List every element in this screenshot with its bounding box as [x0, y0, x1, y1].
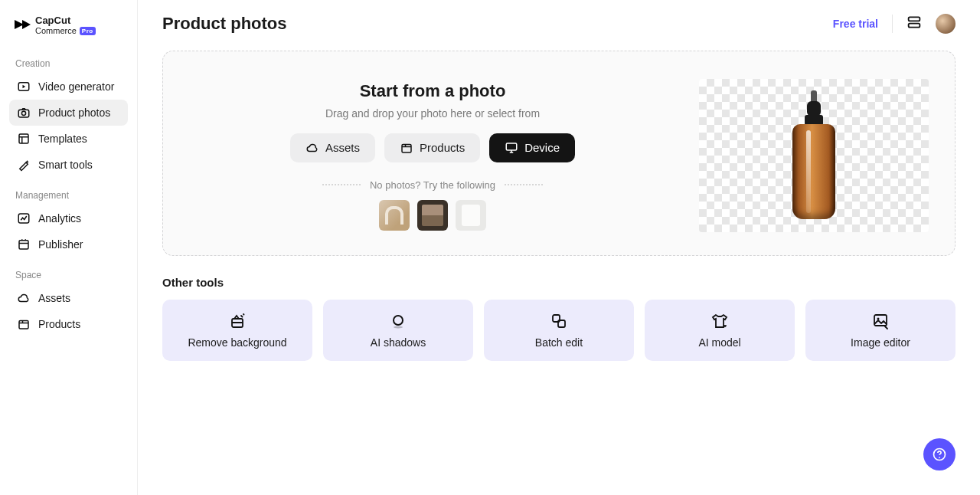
upload-dropzone[interactable]: Start from a photo Drag and drop your ph… — [162, 51, 956, 256]
topbar: Product photos Free trial — [138, 0, 980, 44]
tool-remove-background[interactable]: Remove background — [162, 300, 312, 361]
circle-icon — [389, 312, 407, 330]
tool-batch-edit[interactable]: Batch edit — [484, 300, 634, 361]
tool-ai-shadows[interactable]: AI shadows — [323, 300, 473, 361]
brand-name: CapCut — [35, 15, 96, 25]
template-icon — [17, 132, 31, 146]
pill-label: Assets — [325, 141, 360, 154]
sidebar-item-product-photos[interactable]: Product photos — [9, 100, 128, 126]
svg-point-13 — [394, 326, 403, 329]
nav-label: Analytics — [38, 212, 81, 225]
nav-label: Video generator — [38, 80, 114, 93]
batch-icon — [550, 312, 568, 330]
section-label-management: Management — [9, 185, 128, 205]
svg-rect-7 — [909, 17, 920, 21]
calendar-icon — [17, 238, 31, 251]
tool-image-editor[interactable]: Image editor — [805, 300, 956, 361]
sidebar: CapCut Commerce Pro Creation Video gener… — [0, 0, 138, 495]
pill-label: Products — [420, 141, 465, 154]
page-title: Product photos — [162, 14, 287, 34]
sidebar-item-assets[interactable]: Assets — [9, 285, 128, 311]
svg-point-2 — [21, 111, 25, 115]
camera-icon — [17, 106, 31, 120]
svg-point-12 — [394, 316, 403, 325]
content: Start from a photo Drag and drop your ph… — [138, 44, 980, 361]
magic-icon — [17, 158, 31, 172]
rows-icon — [906, 15, 922, 29]
brand-line2: Commerce — [35, 26, 77, 35]
video-play-icon — [17, 80, 31, 93]
source-button-device[interactable]: Device — [489, 133, 575, 162]
nav-label: Assets — [38, 292, 70, 304]
chart-icon — [17, 211, 31, 225]
sidebar-item-analytics[interactable]: Analytics — [9, 205, 128, 231]
product-bottle-illustration — [791, 90, 837, 221]
brand-logo[interactable]: CapCut Commerce Pro — [9, 15, 128, 35]
layout-switch-button[interactable] — [906, 15, 922, 32]
dotted-divider — [322, 184, 361, 185]
source-button-assets[interactable]: Assets — [290, 133, 375, 162]
tool-label: Remove background — [188, 336, 286, 349]
product-preview-transparent — [699, 79, 929, 232]
svg-rect-16 — [874, 315, 887, 326]
svg-rect-10 — [506, 143, 517, 150]
divider — [892, 15, 893, 33]
help-icon — [932, 447, 947, 462]
svg-rect-6 — [19, 321, 28, 329]
package-icon — [400, 141, 413, 155]
no-photos-text: No photos? Try the following — [370, 179, 495, 191]
image-icon — [871, 312, 890, 330]
svg-rect-5 — [19, 241, 28, 249]
source-button-row: Assets Products Device — [290, 133, 575, 162]
other-tools-title: Other tools — [162, 276, 956, 289]
nav-label: Products — [38, 318, 80, 330]
package-icon — [17, 317, 31, 331]
pro-badge: Pro — [80, 27, 96, 35]
nav-label: Templates — [38, 133, 87, 145]
sidebar-item-templates[interactable]: Templates — [9, 126, 128, 152]
capcut-logo-icon — [12, 17, 31, 34]
free-trial-link[interactable]: Free trial — [833, 18, 878, 30]
monitor-icon — [505, 141, 518, 155]
dotted-divider — [505, 184, 543, 185]
pill-label: Device — [524, 141, 560, 154]
no-photos-hint: No photos? Try the following — [189, 179, 676, 191]
upload-subtitle: Drag and drop your photo here or select … — [325, 107, 540, 120]
nav-label: Product photos — [38, 107, 110, 119]
svg-rect-8 — [909, 24, 920, 28]
erase-icon — [228, 312, 247, 330]
svg-rect-3 — [19, 134, 28, 143]
section-label-creation: Creation — [9, 54, 128, 74]
upload-title: Start from a photo — [360, 81, 506, 101]
nav-label: Publisher — [38, 238, 83, 251]
sidebar-item-products[interactable]: Products — [9, 311, 128, 337]
sidebar-item-smart-tools[interactable]: Smart tools — [9, 152, 128, 178]
tool-ai-model[interactable]: AI model — [645, 300, 795, 361]
tshirt-icon — [710, 312, 729, 330]
tool-label: Image editor — [851, 336, 910, 349]
sample-palette[interactable] — [417, 200, 448, 231]
main-area: Product photos Free trial Start from a p… — [138, 0, 980, 495]
nav-label: Smart tools — [38, 159, 93, 171]
sample-shirt[interactable] — [456, 200, 486, 231]
sample-headphones[interactable] — [379, 200, 410, 231]
help-button[interactable] — [923, 438, 956, 470]
user-avatar[interactable] — [936, 14, 956, 34]
sample-thumbnails — [379, 200, 486, 231]
cloud-icon — [305, 141, 319, 155]
tool-label: AI shadows — [371, 336, 426, 349]
source-button-products[interactable]: Products — [384, 133, 480, 162]
svg-rect-9 — [402, 144, 411, 152]
cloud-icon — [17, 291, 31, 305]
svg-point-19 — [939, 457, 940, 458]
section-label-space: Space — [9, 265, 128, 285]
tool-label: AI model — [698, 336, 740, 349]
tool-label: Batch edit — [535, 336, 583, 349]
sidebar-item-publisher[interactable]: Publisher — [9, 231, 128, 257]
sidebar-item-video-generator[interactable]: Video generator — [9, 74, 128, 100]
other-tools-grid: Remove background AI shadows Batch edit … — [162, 300, 956, 361]
